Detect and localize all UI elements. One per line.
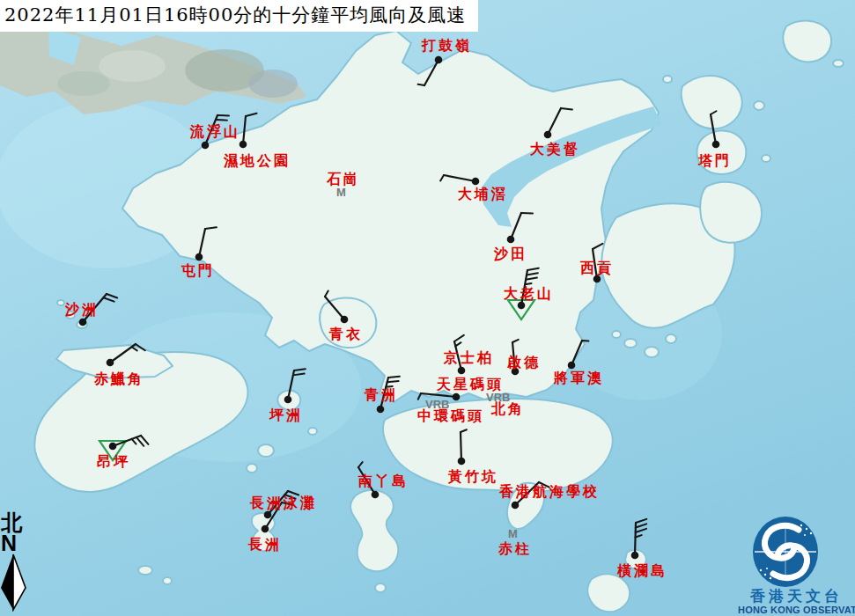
wind-barb-feather-full — [284, 495, 295, 499]
station-dot — [109, 443, 117, 451]
wind-barb-staff — [444, 175, 475, 181]
wind-barb-feather-full — [636, 519, 646, 523]
hko-logo: 香港天文台 HONG KONG OBSERVATORY — [738, 513, 855, 615]
station-dot — [240, 141, 247, 149]
station-lamma-island — [358, 462, 379, 498]
station-dot — [458, 367, 466, 375]
wind-barb-staff — [512, 342, 515, 371]
station-dot — [284, 396, 292, 404]
station-dot — [341, 316, 349, 324]
wind-barb-feather-full — [454, 335, 464, 341]
station-tai-po-kau — [440, 175, 479, 185]
wind-barb-feather-full — [205, 227, 217, 229]
station-dot — [262, 525, 269, 533]
wind-barb-staff — [511, 213, 521, 239]
wind-barb-staff — [571, 341, 582, 365]
station-dot — [458, 458, 466, 466]
station-dot — [377, 406, 385, 414]
wind-barb-feather-full — [527, 273, 538, 275]
wind-barb-feather-full — [294, 369, 306, 370]
wind-barb-feather-half — [325, 290, 328, 297]
station-dot — [568, 362, 576, 370]
station-dot — [107, 359, 114, 367]
station-tseung-kwan-o — [568, 341, 589, 369]
wind-barb-feather-full — [388, 377, 400, 378]
station-star-ferry — [418, 393, 461, 401]
wind-barb-feather-half — [711, 111, 716, 114]
station-green-island — [377, 377, 400, 414]
station-dot — [264, 511, 272, 519]
station-ngong-ping — [100, 436, 148, 460]
wind-barb-feather-full — [246, 114, 257, 116]
station-sai-kung — [593, 244, 602, 282]
compass-needle — [1, 554, 27, 612]
station-dot — [593, 275, 601, 283]
wind-barb-staff — [711, 114, 716, 144]
station-peng-chau — [284, 369, 306, 403]
wind-barb-feather-half — [132, 439, 136, 444]
wind-barb-staff — [461, 432, 461, 461]
station-dot — [453, 393, 461, 401]
wind-barb-feather-half — [418, 84, 424, 85]
wind-barb-feather-half — [525, 283, 531, 284]
station-ta-kwu-ling — [418, 56, 443, 85]
station-sha-chau — [79, 294, 118, 326]
hko-logo-chinese: 香港天文台 — [738, 588, 855, 605]
wind-barb-staff — [548, 108, 561, 135]
station-tuen-mun — [195, 227, 217, 260]
wind-barb-feather-full — [107, 294, 117, 297]
wind-barb-feather-half — [386, 386, 392, 387]
station-dot — [512, 368, 520, 376]
station-dot — [202, 142, 210, 150]
wind-map-screen: 打鼓嶺流浮山濕地公園M石崗大美督塔門大埔滘沙田西貢大老山屯門沙洲青衣赤鱲角京士柏… — [0, 0, 855, 616]
wind-barb-feather-full — [216, 120, 227, 121]
wind-barb-feather-full — [288, 491, 299, 495]
wind-barb-staff — [199, 229, 205, 257]
wind-barb-feather-full — [217, 115, 229, 116]
station-kai-tak — [512, 340, 520, 375]
station-dot — [631, 552, 639, 560]
wind-barb-staff — [515, 482, 539, 505]
wind-barb-staff — [421, 393, 456, 397]
station-dot — [435, 56, 443, 64]
wind-barb-feather-full — [293, 374, 305, 376]
station-waglan-island — [631, 519, 647, 559]
wind-barb-feather-half — [418, 393, 421, 400]
station-wetland-park — [240, 114, 257, 149]
station-tap-mun — [711, 111, 719, 148]
wind-barb-feather-half — [461, 429, 467, 432]
station-dot — [372, 491, 380, 499]
wind-barb-feather-half — [440, 175, 444, 180]
map-title: 2022年11月01日16時00分的十分鐘平均風向及風速 — [0, 0, 478, 32]
wind-barb-feather-full — [636, 529, 646, 532]
station-dot — [507, 236, 515, 244]
station-kings-park — [454, 335, 465, 374]
wind-barb-feather-full — [103, 297, 114, 301]
wind-barb-overlay — [0, 0, 855, 616]
hko-logo-icon — [738, 513, 855, 587]
station-tates-cairn — [508, 268, 539, 319]
station-dot — [544, 131, 552, 139]
wind-barb-staff — [424, 60, 439, 85]
wind-barb-feather-full — [527, 268, 539, 270]
station-dot — [518, 302, 526, 310]
wind-barb-feather-half — [358, 462, 363, 467]
station-chek-lap-kok — [107, 344, 145, 366]
station-tsing-yi — [325, 290, 348, 323]
wind-barb-staff — [325, 297, 344, 319]
wind-barb-staff — [243, 116, 246, 144]
north-arrow: 北 N — [1, 511, 29, 612]
wind-barb-feather-full — [539, 482, 549, 488]
hko-logo-english: HONG KONG OBSERVATORY — [738, 605, 855, 615]
wind-barb-feather-half — [455, 342, 461, 346]
station-dot — [512, 502, 520, 510]
station-dot — [79, 319, 87, 326]
station-sha-tin — [507, 213, 533, 243]
wind-barb-feather-full — [526, 278, 537, 280]
wind-barb-feather-half — [132, 347, 137, 350]
station-lau-fau-shan — [202, 115, 229, 149]
wind-barb-staff — [358, 467, 375, 495]
wind-barb-staff — [593, 249, 597, 279]
wind-barb-feather-half — [512, 340, 519, 342]
wind-barb-feather-full — [387, 381, 399, 382]
